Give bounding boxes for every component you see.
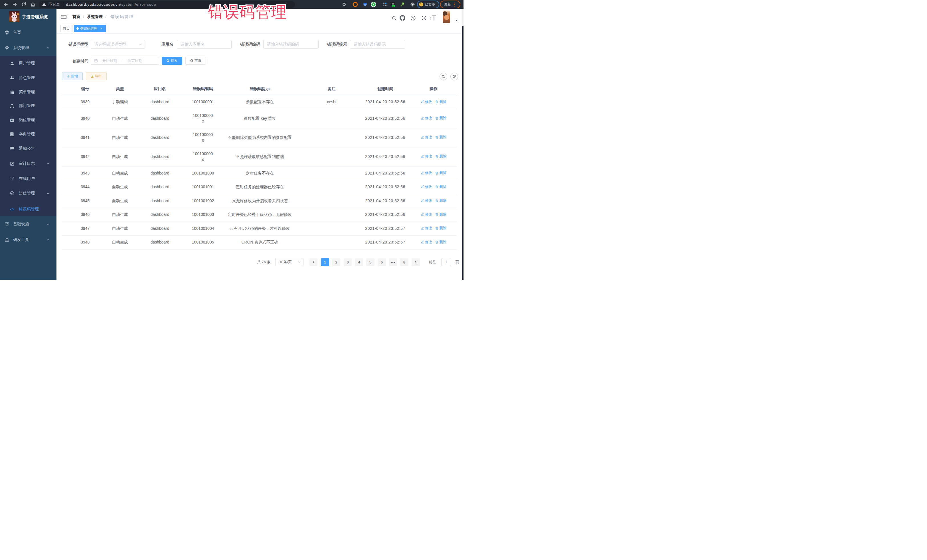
svg-text:on: on [392, 5, 395, 6]
